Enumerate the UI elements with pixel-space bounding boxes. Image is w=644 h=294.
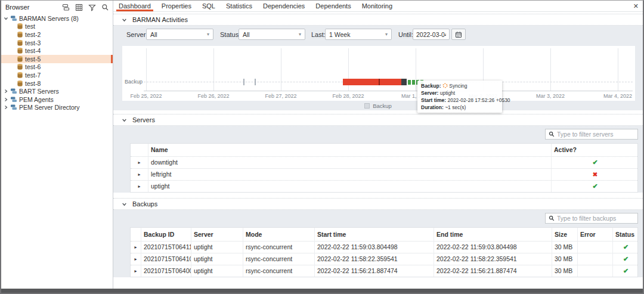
backup-event-tick[interactable]: [255, 79, 256, 85]
cell-size: 30 MB: [552, 253, 578, 265]
tree-item-pem-agents[interactable]: PEM Agents: [1, 95, 113, 104]
tab-statistics[interactable]: Statistics: [221, 1, 258, 11]
activities-timeline-chart[interactable]: Backup Feb 25, 2022 Feb 26, 2022 Feb 27,…: [122, 46, 635, 101]
check-icon: ✔: [623, 243, 628, 250]
tree-item-test-6[interactable]: test-6: [1, 63, 113, 72]
window-bottom-edge: [1, 289, 643, 293]
backup-event-syncing-dash[interactable]: [412, 80, 415, 85]
tab-dependencies[interactable]: Dependencies: [258, 1, 310, 11]
chevron-right-icon[interactable]: [3, 89, 9, 94]
backups-header[interactable]: Backups: [113, 198, 643, 210]
server-row-leftright[interactable]: ▸ leftright ✖: [131, 169, 637, 181]
search-icon: [549, 131, 555, 137]
backup-row-2[interactable]: ▸ 20210715T064106 uptight rsync-concurre…: [131, 253, 637, 265]
backup-event-dark-bar[interactable]: [401, 79, 407, 85]
col-error[interactable]: Error: [578, 228, 613, 241]
chevron-down-icon[interactable]: [122, 117, 127, 123]
col-size[interactable]: Size: [552, 228, 578, 241]
backups-filter-input[interactable]: [557, 215, 634, 222]
until-date-input[interactable]: [413, 29, 450, 40]
last-filter-select[interactable]: 1 Week ▾: [325, 29, 392, 40]
search-icon[interactable]: [101, 3, 110, 12]
tree-item-pem-server-directory[interactable]: PEM Server Directory: [1, 104, 113, 112]
col-start-time[interactable]: Start time: [315, 228, 434, 241]
chevron-down-icon[interactable]: [122, 202, 127, 207]
tree-item-test[interactable]: test: [1, 23, 113, 31]
cell-server: uptight: [191, 265, 243, 277]
x-tick-label: Feb 28, 2022: [326, 93, 370, 99]
x-tick-label: Feb 25, 2022: [124, 93, 168, 99]
gridline: [281, 48, 281, 91]
close-icon[interactable]: ✕: [633, 3, 639, 10]
backup-event-failed-bar[interactable]: [343, 79, 401, 85]
servers-filter-input[interactable]: [557, 131, 634, 138]
sidebar-toolbar: [61, 3, 110, 12]
col-end-time[interactable]: End time: [434, 228, 552, 241]
tree-item-label: test-5: [25, 55, 41, 63]
col-mode[interactable]: Mode: [243, 228, 315, 241]
table-view-icon[interactable]: [75, 3, 83, 12]
tab-monitoring[interactable]: Monitoring: [357, 1, 398, 11]
servers-icon[interactable]: [61, 3, 70, 12]
chart-legend: Backup: [113, 101, 643, 110]
expand-icon[interactable]: ▸: [131, 253, 141, 265]
chevron-right-icon[interactable]: [3, 97, 9, 102]
backup-row-1[interactable]: ▸ 20210715T064112 uptight rsync-concurre…: [131, 242, 637, 253]
tree-item-test-4[interactable]: test-4: [1, 47, 113, 55]
col-name[interactable]: Name: [148, 144, 552, 156]
filter-icon[interactable]: [88, 3, 97, 12]
tree-item-test-8[interactable]: test-8: [1, 79, 113, 88]
x-tick-label: Mar 4, 2022: [596, 93, 640, 99]
col-active[interactable]: Active?: [552, 144, 639, 156]
expand-icon[interactable]: ▸: [131, 265, 141, 277]
expand-icon[interactable]: ▸: [131, 181, 148, 192]
legend-label: Backup: [373, 103, 392, 109]
barman-server-icon: [17, 80, 23, 87]
barman-server-icon: [17, 47, 23, 54]
calendar-button[interactable]: [451, 29, 466, 40]
section-barman-activities: BARMAN Activities Server: All ▾ Status: …: [113, 14, 643, 110]
backup-tooltip: Backup: Syncing Server: uptight Start ti…: [417, 81, 502, 113]
tab-dashboard[interactable]: Dashboard: [113, 1, 156, 11]
tab-dependents[interactable]: Dependents: [310, 1, 356, 11]
chevron-down-icon[interactable]: [122, 17, 127, 23]
barman-server-icon: [17, 63, 23, 70]
backup-event-syncing-dash[interactable]: [408, 80, 411, 85]
backup-event-tick[interactable]: [243, 79, 244, 85]
tree-item-test-5-selected[interactable]: test-5: [1, 55, 113, 63]
barman-server-icon: [17, 31, 23, 38]
col-server[interactable]: Server: [191, 228, 243, 241]
server-group-icon: [10, 104, 17, 111]
barman-server-icon: [17, 23, 23, 30]
syncing-spinner-icon: [442, 83, 448, 88]
tooltip-line-start: Start time: 2022-02-28 17:52:26 +0530: [421, 97, 499, 104]
tree-item-label: test-7: [25, 72, 41, 79]
expand-icon[interactable]: ▸: [131, 242, 141, 253]
chevron-right-icon[interactable]: [3, 105, 9, 110]
chevron-down-icon[interactable]: [3, 16, 9, 21]
status-filter-select[interactable]: All ▾: [239, 29, 305, 40]
tab-properties[interactable]: Properties: [156, 1, 197, 11]
status-filter-label: Status:: [220, 31, 240, 38]
tab-sql[interactable]: SQL: [197, 1, 221, 11]
barman-activities-header[interactable]: BARMAN Activities: [113, 14, 643, 26]
tree-item-barman-servers[interactable]: BARMAN Servers (8): [1, 14, 113, 23]
server-filter-label: Server:: [126, 31, 147, 38]
tree-item-bart-servers[interactable]: BART Servers: [1, 87, 113, 95]
tree-item-test-3[interactable]: test-3: [1, 39, 113, 47]
tree-item-test-7[interactable]: test-7: [1, 71, 113, 79]
tree-item-test-2[interactable]: test-2: [1, 30, 113, 39]
col-backup-id[interactable]: Backup ID: [141, 228, 191, 241]
server-filter-select[interactable]: All ▾: [146, 29, 213, 40]
col-status[interactable]: Status: [613, 228, 639, 241]
backup-row-3[interactable]: ▸ 20210715T064008 uptight rsync-concurre…: [131, 265, 637, 277]
expand-icon[interactable]: ▸: [131, 169, 148, 180]
until-filter-label: Until:: [398, 31, 413, 38]
servers-header[interactable]: Servers: [113, 114, 643, 126]
gridline: [618, 48, 618, 91]
expand-icon[interactable]: ▸: [131, 157, 148, 168]
section-servers: Servers Name: [113, 114, 643, 193]
server-row-uptight[interactable]: ▸ uptight ✔: [131, 181, 637, 192]
backups-table: Backup ID Server Mode Start time End tim…: [130, 227, 638, 277]
server-row-downtight[interactable]: ▸ downtight ✔: [131, 157, 637, 169]
